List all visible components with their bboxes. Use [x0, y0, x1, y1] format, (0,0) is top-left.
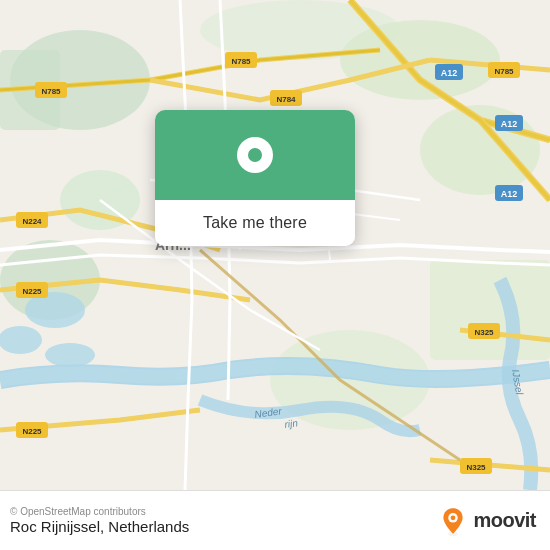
- svg-text:N325: N325: [474, 328, 494, 337]
- take-me-there-button[interactable]: Take me there: [155, 200, 355, 246]
- svg-text:N224: N224: [22, 217, 42, 226]
- svg-text:rijn: rijn: [284, 417, 299, 430]
- svg-point-11: [0, 326, 42, 354]
- svg-text:N785: N785: [494, 67, 514, 76]
- svg-text:N225: N225: [22, 427, 42, 436]
- popup-card: Take me there: [155, 110, 355, 246]
- svg-text:A12: A12: [501, 119, 518, 129]
- svg-text:A12: A12: [441, 68, 458, 78]
- svg-text:N784: N784: [276, 95, 296, 104]
- bottom-info: © OpenStreetMap contributors Roc Rijnijs…: [10, 506, 189, 535]
- svg-text:N225: N225: [22, 287, 42, 296]
- svg-point-54: [451, 515, 456, 520]
- svg-point-12: [45, 343, 95, 367]
- svg-text:N785: N785: [41, 87, 61, 96]
- svg-text:N325: N325: [466, 463, 486, 472]
- moovit-text: moovit: [473, 509, 536, 532]
- place-name: Roc Rijnijssel, Netherlands: [10, 518, 189, 535]
- moovit-icon: [437, 505, 469, 537]
- moovit-logo: moovit: [437, 505, 536, 537]
- svg-text:N785: N785: [231, 57, 251, 66]
- svg-text:A12: A12: [501, 189, 518, 199]
- location-pin: [237, 137, 273, 173]
- attribution-text: © OpenStreetMap contributors: [10, 506, 189, 517]
- svg-rect-8: [430, 260, 550, 360]
- popup-map-section: [155, 110, 355, 200]
- bottom-bar: © OpenStreetMap contributors Roc Rijnijs…: [0, 490, 550, 550]
